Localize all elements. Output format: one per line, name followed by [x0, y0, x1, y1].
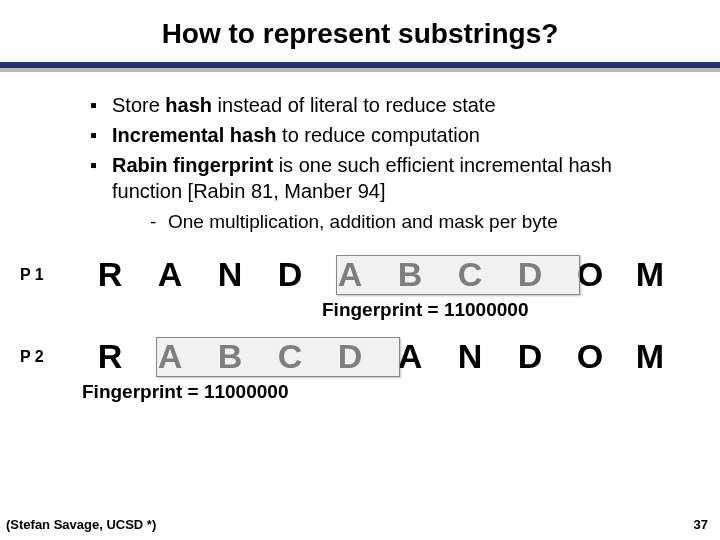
title-rule-shadow [0, 68, 720, 72]
credit-line: (Stefan Savage, UCSD *) [6, 517, 156, 532]
fingerprint-p1: Fingerprint = 11000000 [322, 299, 720, 321]
p2-label: P 2 [20, 348, 80, 366]
sequence-row-p2: P 2 R A B C D A N D O M [20, 335, 720, 379]
bullet-1-pre: Store [112, 94, 165, 116]
bullet-1-post: instead of literal to reduce state [212, 94, 496, 116]
spacer [0, 321, 720, 335]
p1-c3: D [260, 255, 320, 294]
p1-c2: N [200, 255, 260, 294]
p2-c7: D [500, 337, 560, 376]
bullet-marker-icon: ▪ [90, 92, 112, 118]
sequence-area: P 1 R A N D A B C D O M Fingerprint = 11… [0, 253, 720, 403]
p1-label: P 1 [20, 266, 80, 284]
bullet-marker-icon: ▪ [90, 152, 112, 204]
sub-bullet-1: - One multiplication, addition and mask … [150, 210, 680, 235]
bullet-2: ▪ Incremental hash to reduce computation [90, 122, 680, 148]
bullet-list: ▪ Store hash instead of literal to reduc… [90, 92, 680, 235]
sequence-row-p1: P 1 R A N D A B C D O M [20, 253, 720, 297]
fingerprint-p2: Fingerprint = 11000000 [82, 381, 720, 403]
slide-title: How to represent substrings? [0, 0, 720, 50]
bullet-1: ▪ Store hash instead of literal to reduc… [90, 92, 680, 118]
p2-c0: R [80, 337, 140, 376]
bullet-3: ▪ Rabin fingerprint is one such efficien… [90, 152, 680, 204]
bullet-3-bold: Rabin fingerprint [112, 154, 273, 176]
bullet-1-bold: hash [165, 94, 212, 116]
p1-c9: M [620, 255, 680, 294]
p2-highlight-box [156, 337, 400, 377]
bullet-3-text: Rabin fingerprint is one such efficient … [112, 152, 680, 204]
bullet-1-text: Store hash instead of literal to reduce … [112, 92, 496, 118]
bullet-2-post: to reduce computation [277, 124, 480, 146]
bullet-marker-icon: ▪ [90, 122, 112, 148]
bullet-2-text: Incremental hash to reduce computation [112, 122, 480, 148]
sub-bullet-1-text: One multiplication, addition and mask pe… [168, 210, 558, 235]
bullet-2-bold: Incremental hash [112, 124, 277, 146]
p2-c8: O [560, 337, 620, 376]
p1-c1: A [140, 255, 200, 294]
p1-highlight-box [336, 255, 580, 295]
page-number: 37 [694, 517, 708, 532]
p1-c0: R [80, 255, 140, 294]
p2-c6: N [440, 337, 500, 376]
p2-c9: M [620, 337, 680, 376]
sub-bullet-marker: - [150, 210, 168, 235]
slide: How to represent substrings? ▪ Store has… [0, 0, 720, 540]
